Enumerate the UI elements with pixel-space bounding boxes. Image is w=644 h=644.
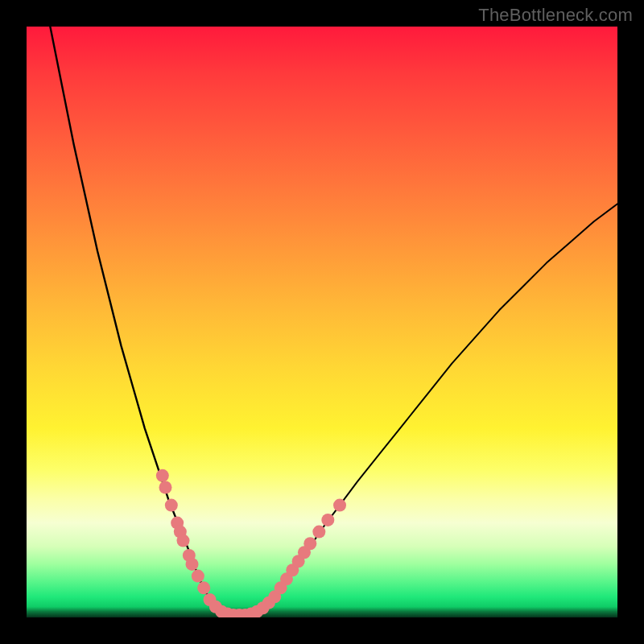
svg-point-7 <box>186 558 199 571</box>
svg-point-29 <box>321 514 334 526</box>
svg-point-8 <box>192 570 204 583</box>
curve-right <box>263 204 617 613</box>
plot-area <box>27 27 617 617</box>
chart-stage: TheBottleneck.com <box>0 0 644 644</box>
svg-point-1 <box>159 481 171 494</box>
svg-point-28 <box>312 526 325 539</box>
svg-point-9 <box>197 581 210 594</box>
svg-point-2 <box>165 499 178 512</box>
svg-point-30 <box>333 499 346 512</box>
watermark-text: TheBottleneck.com <box>478 5 633 26</box>
svg-point-0 <box>156 469 169 482</box>
svg-point-27 <box>303 537 316 550</box>
dots-right <box>262 499 346 609</box>
curve-left <box>50 27 221 614</box>
curve-svg <box>27 27 617 617</box>
svg-point-5 <box>177 535 190 547</box>
dots-left <box>156 469 210 594</box>
dots-floor <box>204 593 270 617</box>
